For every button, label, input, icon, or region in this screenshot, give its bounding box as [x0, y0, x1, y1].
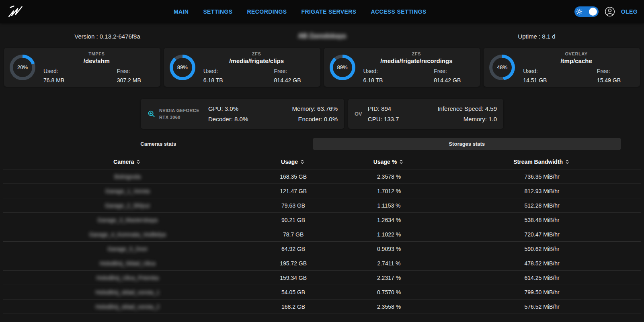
usage-percent-cell: 1.1022 % [335, 231, 443, 238]
usage-cell: 195.72 GB [252, 260, 335, 267]
usage-percent-cell: 2.3578 % [335, 173, 443, 180]
nav-item[interactable]: ACCESS SETTINGS [371, 8, 426, 15]
top-nav: MAIN SETTINGS RECORDINGS FRIGATE SERVERS… [0, 0, 644, 23]
free-label: Free: [274, 68, 301, 74]
free-value: 307.2 MB [117, 77, 141, 84]
detector-pid: PID: 894 [368, 105, 399, 112]
tab-label: Storages stats [449, 141, 485, 147]
gpu-name-line1: NVIDIA GEFORCE [159, 107, 199, 114]
summary-header: Version : 0.13.2-6476f8a AB Zavodskaya U… [0, 23, 644, 48]
table-row: Holodilnij_Ulica_Priemka 159.34 GB 2.231… [3, 271, 641, 285]
nav-right-controls: OLEG [574, 6, 638, 17]
stats-tab[interactable]: Cameras stats [4, 138, 313, 150]
usage-cell: 168.35 GB [252, 173, 335, 180]
gpu-decoder: Decoder: 8.0% [208, 116, 269, 122]
nav-item[interactable]: RECORDINGS [247, 8, 287, 15]
bandwidth-cell: 812.93 MiB/hr [443, 188, 641, 194]
usage-cell: 159.34 GB [252, 275, 335, 281]
bandwidth-cell: 720.47 MiB/hr [443, 231, 641, 238]
camera-name-cell: Garage_2_Shlyuz [3, 202, 252, 209]
server-name: AB Zavodskaya [215, 33, 429, 40]
free-value: 814.42 GB [274, 77, 301, 84]
camera-name-cell: Holodilnij_sklad_vorota_1 [3, 289, 252, 296]
table-header-row: Camera Usage [3, 154, 641, 169]
used-value: 6.18 TB [363, 77, 383, 84]
camera-name-cell: Garage_1_Vorota [3, 188, 252, 194]
camera-name-cell: Holodilnij_Sklad_Ulica [3, 260, 252, 267]
usage-donut-chart: 89% [330, 55, 355, 80]
gpu-cards: NVIDIA GEFORCE RTX 3060 GPU: 3.0% Decode… [0, 99, 644, 129]
table-row: Garage_2_Shlyuz 79.63 GB 1.1153 % 512.28… [3, 198, 641, 213]
camera-name-cell: Garage_5_Dvor [3, 246, 252, 252]
stats-tab[interactable]: Storages stats [313, 138, 621, 150]
storage-card: 48% OVERLAY /tmp/cache Used: 14.51 GB Fr… [484, 48, 640, 87]
theme-toggle[interactable] [574, 6, 599, 17]
toggle-knob [589, 8, 597, 16]
bandwidth-cell: 478.52 MiB/hr [443, 260, 641, 267]
table-row: Holodilnij_Sklad_Ulica 195.72 GB 2.7411 … [3, 256, 641, 271]
camera-name-cell: Garage_4_Komnata_Voditelya [3, 231, 252, 238]
nav-menu: MAIN SETTINGS RECORDINGS FRIGATE SERVERS… [26, 8, 574, 15]
used-value: 14.51 GB [523, 77, 547, 84]
column-header-label: Usage % [373, 159, 397, 165]
free-label: Free: [434, 68, 461, 74]
camera-name-cell: Bolnignola [3, 173, 252, 180]
usage-percent-cell: 0.9093 % [335, 246, 443, 252]
bandwidth-cell: 799.50 MiB/hr [443, 289, 641, 296]
usage-percent-cell: 2.7411 % [335, 260, 443, 267]
table-row: Holodilnij_sklad_vorota_2 168.2 GB 2.355… [3, 300, 641, 314]
usage-percent-cell: 1.1153 % [335, 202, 443, 209]
usage-cell: 54.05 GB [252, 289, 335, 296]
usage-cell: 79.63 GB [252, 202, 335, 209]
storage-type: ZFS [359, 51, 475, 56]
column-header[interactable]: Stream Bandwidth [513, 159, 570, 165]
column-header-label: Camera [113, 159, 134, 165]
usage-percent-cell: 2.2317 % [335, 275, 443, 281]
nav-item[interactable]: FRIGATE SERVERS [301, 8, 357, 15]
usage-cell: 78.7 GB [252, 231, 335, 238]
column-header-label: Stream Bandwidth [513, 159, 563, 165]
uptime-text: Uptime : 8.1 d [429, 33, 644, 40]
bandwidth-cell: 512.28 MiB/hr [443, 202, 641, 209]
table-row: Garage_1_Vorota 121.47 GB 1.7012 % 812.9… [3, 184, 641, 198]
bandwidth-cell: 614.25 MiB/hr [443, 275, 641, 281]
nav-item[interactable]: SETTINGS [203, 8, 232, 15]
usage-percent-cell: 0.7570 % [335, 289, 443, 296]
gpu-encoder: Encoder: 0.0% [269, 116, 338, 122]
gpu-stats-card: NVIDIA GEFORCE RTX 3060 GPU: 3.0% Decode… [141, 99, 344, 129]
camera-name-cell: Holodilnij_Ulica_Priemka [3, 275, 252, 281]
detector-name: OV [355, 111, 362, 117]
column-header[interactable]: Camera [113, 159, 142, 165]
username[interactable]: OLEG [621, 8, 638, 15]
bandwidth-cell: 590.62 MiB/hr [443, 246, 641, 252]
gpu-name-line2: RTX 3060 [159, 114, 199, 121]
used-value: 6.18 TB [203, 77, 223, 84]
gpu-magnifier-icon [147, 110, 156, 118]
storage-card: 89% ZFS /media/frigate/recordings Used: … [324, 48, 480, 87]
column-header[interactable]: Usage % [373, 159, 404, 165]
used-label: Used: [363, 68, 383, 74]
sort-icon [299, 159, 306, 165]
storage-path: /tmp/cache [518, 57, 634, 64]
tab-label: Cameras stats [140, 141, 176, 147]
sort-icon [135, 159, 142, 165]
sort-icon [564, 159, 570, 165]
bandwidth-cell: 538.48 MiB/hr [443, 217, 641, 223]
donut-percent-label: 89% [333, 58, 352, 77]
detector-memory: Memory: 1.0 [404, 116, 497, 122]
stats-tabs: Cameras stats Storages stats [4, 138, 621, 150]
storage-path: /media/frigate/clips [199, 57, 315, 64]
sort-icon [398, 159, 404, 165]
column-header[interactable]: Usage [281, 159, 306, 165]
detector-inference-speed: Inference Speed: 4.59 [404, 105, 497, 112]
usage-donut-chart: 48% [489, 55, 515, 80]
free-label: Free: [597, 68, 621, 74]
detector-stats-card: OV PID: 894 CPU: 133.7 Inference Speed: … [348, 99, 503, 129]
used-value: 76.8 MB [43, 77, 64, 84]
usage-cell: 64.92 GB [252, 246, 335, 252]
storage-card: 89% ZFS /media/frigate/clips Used: 6.18 … [164, 48, 320, 87]
user-avatar-icon[interactable] [604, 6, 615, 17]
table-row: Garage_5_Dvor 64.92 GB 0.9093 % 590.62 M… [3, 242, 641, 256]
used-label: Used: [43, 68, 64, 74]
nav-item[interactable]: MAIN [174, 8, 189, 15]
